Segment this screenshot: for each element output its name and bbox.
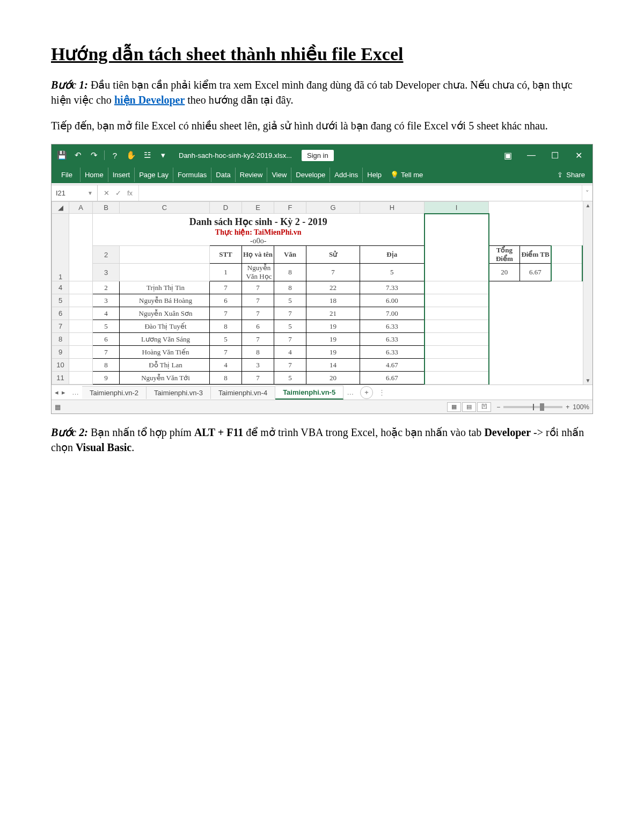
tab-home[interactable]: Home bbox=[80, 168, 108, 182]
row-head[interactable]: 3 bbox=[93, 264, 120, 281]
zoom-level[interactable]: 100% bbox=[573, 403, 589, 411]
link-hien-developer[interactable]: hiện Developer bbox=[114, 94, 185, 106]
col-B[interactable]: B bbox=[93, 202, 120, 214]
row-head[interactable]: 7 bbox=[52, 320, 69, 333]
tab-split-handle[interactable]: ⋮ bbox=[376, 388, 387, 396]
touch-icon[interactable]: ✋ bbox=[124, 148, 138, 162]
signin-button[interactable]: Sign in bbox=[302, 150, 334, 161]
hdr-hovaten: Họ và tên bbox=[242, 246, 274, 264]
sheet-divider: -o0o- bbox=[93, 237, 424, 245]
tab-review[interactable]: Review bbox=[235, 168, 267, 182]
ribbon-display-icon[interactable]: ▣ bbox=[497, 150, 518, 161]
share-button[interactable]: ⇪ Share bbox=[552, 168, 590, 182]
sheet-tabs-more-right[interactable]: … bbox=[343, 388, 357, 396]
step2-text-a: Bạn nhấn tổ hợp phím bbox=[88, 426, 194, 438]
save-icon[interactable]: 💾 bbox=[55, 148, 69, 162]
maximize-icon[interactable]: ☐ bbox=[544, 150, 566, 161]
name-box[interactable]: I21 ▼ bbox=[52, 185, 98, 201]
enter-icon[interactable]: ✓ bbox=[114, 189, 122, 197]
step2-dev: Developer bbox=[484, 426, 531, 438]
col-C[interactable]: C bbox=[120, 202, 210, 214]
row-head[interactable]: 4 bbox=[52, 281, 69, 294]
paragraph-2: Tiếp đến, bạn mở file Excel có nhiều she… bbox=[51, 118, 593, 133]
help-icon[interactable]: ? bbox=[108, 148, 122, 162]
step1-text-b: theo hướng dẫn tại đây. bbox=[185, 94, 293, 106]
tab-data[interactable]: Data bbox=[211, 168, 235, 182]
expand-formula-icon[interactable]: ˅ bbox=[582, 185, 592, 201]
row-head[interactable]: 10 bbox=[52, 359, 69, 372]
row-head[interactable]: 8 bbox=[52, 333, 69, 346]
fx-icon[interactable]: fx bbox=[126, 189, 134, 197]
col-F[interactable]: F bbox=[274, 202, 306, 214]
row-head[interactable]: 6 bbox=[52, 307, 69, 320]
minimize-icon[interactable]: ― bbox=[521, 150, 542, 160]
table-row: 2 STT Họ và tên Văn Sử Địa Tổng Điểm Điể… bbox=[52, 246, 583, 264]
view-normal-icon[interactable]: ▦ bbox=[447, 402, 461, 412]
sheet-nav-prev-icon[interactable]: ◂ bbox=[55, 388, 58, 396]
tab-formulas[interactable]: Formulas bbox=[173, 168, 211, 182]
col-D[interactable]: D bbox=[210, 202, 242, 214]
step1-label: Bước 1: bbox=[51, 79, 88, 91]
titlebar: 💾 ↶ ↷ ? ✋ ☳ ▾ Danh-sach-hoc-sinh-ky2-201… bbox=[52, 144, 592, 166]
sheet-nav-next-icon[interactable]: ▸ bbox=[62, 388, 65, 396]
col-I[interactable]: I bbox=[425, 202, 489, 214]
sheet-tab[interactable]: Taimienphi.vn-4 bbox=[211, 386, 275, 399]
ribbon-tabs: File Home Insert Page Lay Formulas Data … bbox=[52, 166, 592, 183]
tab-file[interactable]: File bbox=[54, 168, 80, 182]
tab-view[interactable]: View bbox=[267, 168, 291, 182]
hdr-tongdiem: Tổng Điểm bbox=[489, 246, 520, 264]
col-G[interactable]: G bbox=[306, 202, 360, 214]
chevron-down-icon[interactable]: ▼ bbox=[87, 190, 93, 196]
col-H[interactable]: H bbox=[360, 202, 425, 214]
spreadsheet-grid[interactable]: ◢ A B C D E F G H I 1 Danh sách Học sinh… bbox=[52, 201, 583, 385]
undo-icon[interactable]: ↶ bbox=[71, 148, 85, 162]
table-row: 5 3 Nguyễn Bá Hoàng 6 7 5 18 6.00 bbox=[52, 294, 583, 307]
row-head[interactable]: 9 bbox=[52, 346, 69, 359]
table-row: 6 4 Nguyễn Xuân Sơn 7 7 7 21 7.00 bbox=[52, 307, 583, 320]
separator bbox=[104, 150, 105, 160]
row-head[interactable]: 5 bbox=[52, 294, 69, 307]
table-row: 3 1 Nguyễn Văn Học 8 7 5 20 6.67 bbox=[52, 264, 583, 281]
hdr-van: Văn bbox=[274, 246, 306, 264]
qat-more-icon[interactable]: ▾ bbox=[156, 148, 170, 162]
tab-page-layout[interactable]: Page Lay bbox=[134, 168, 173, 182]
formula-bar: I21 ▼ ✕ ✓ fx ˅ bbox=[52, 185, 592, 201]
view-page-layout-icon[interactable]: ▤ bbox=[462, 402, 476, 412]
select-all-corner[interactable]: ◢ bbox=[52, 202, 69, 214]
scroll-down-icon[interactable]: ▼ bbox=[583, 378, 592, 383]
tab-addins[interactable]: Add-ins bbox=[330, 168, 362, 182]
sheet-tabs-more-left[interactable]: … bbox=[69, 388, 82, 396]
step2-text-d: . bbox=[131, 441, 134, 453]
zoom-in-icon[interactable]: + bbox=[566, 403, 569, 411]
tab-insert[interactable]: Insert bbox=[108, 168, 135, 182]
row-head[interactable]: 11 bbox=[52, 372, 69, 385]
tab-help[interactable]: Help bbox=[362, 168, 386, 182]
tellme-box[interactable]: 💡 Tell me bbox=[386, 168, 427, 182]
view-page-break-icon[interactable]: 凹 bbox=[477, 402, 491, 412]
close-icon[interactable]: ✕ bbox=[568, 150, 589, 161]
tab-developer[interactable]: Develope bbox=[291, 168, 330, 182]
scroll-up-icon[interactable]: ▲ bbox=[583, 202, 592, 208]
step2-paragraph: Bước 2: Bạn nhấn tổ hợp phím ALT + F11 đ… bbox=[51, 425, 593, 455]
col-E[interactable]: E bbox=[242, 202, 274, 214]
sheet-tab-active[interactable]: Taimienphi.vn-5 bbox=[275, 386, 343, 400]
step2-key: ALT + F11 bbox=[194, 426, 243, 438]
col-A[interactable]: A bbox=[69, 202, 93, 214]
sheet-tab[interactable]: Taimienphi.vn-3 bbox=[147, 386, 211, 399]
zoom-out-icon[interactable]: − bbox=[496, 403, 500, 411]
sheet-tab-bar: ◂ ▸ … Taimienphi.vn-2 Taimienphi.vn-3 Ta… bbox=[52, 385, 592, 400]
row-head-2[interactable]: 2 bbox=[93, 246, 120, 264]
redo-icon[interactable]: ↷ bbox=[87, 148, 101, 162]
page-title: Hướng dẫn tách sheet thành nhiều file Ex… bbox=[51, 43, 593, 64]
share-label: Share bbox=[566, 171, 585, 179]
customize-icon[interactable]: ☳ bbox=[140, 148, 154, 162]
new-sheet-icon[interactable]: + bbox=[360, 386, 373, 399]
vertical-scrollbar[interactable]: ▲ ▼ bbox=[583, 201, 592, 385]
row-head-1[interactable]: 1 bbox=[52, 214, 69, 281]
zoom-slider[interactable]: − + 100% bbox=[496, 403, 589, 411]
cancel-icon[interactable]: ✕ bbox=[102, 189, 111, 197]
step2-label: Bước 2: bbox=[51, 426, 88, 438]
sheet-tab[interactable]: Taimienphi.vn-2 bbox=[82, 386, 147, 399]
table-row: 4 2 Trịnh Thị Tin 7 7 8 22 7.33 bbox=[52, 281, 583, 294]
macro-record-icon[interactable]: ▦ bbox=[55, 403, 61, 411]
